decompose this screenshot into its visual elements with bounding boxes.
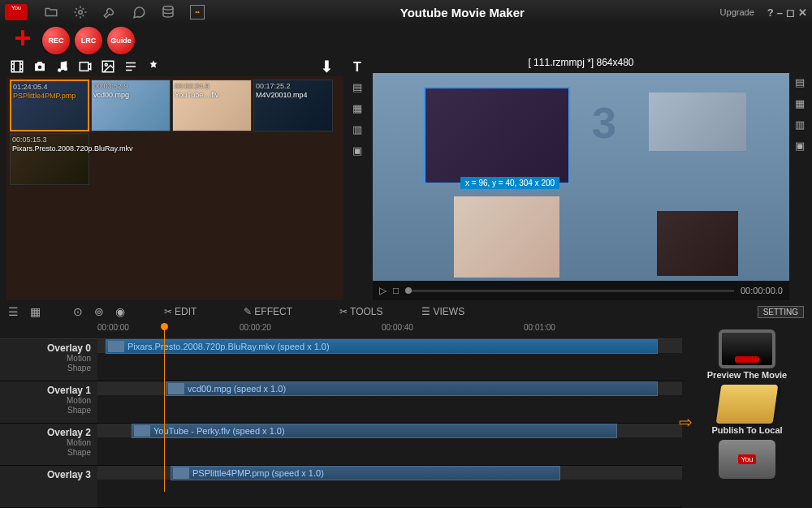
lrc-button[interactable]: LRC	[75, 27, 102, 54]
svg-rect-6	[80, 62, 89, 71]
media-item[interactable]: 00:02:24.9YouTube....flv	[172, 80, 252, 131]
coordinate-label: x = 96, y = 40, 304 x 200	[460, 177, 559, 189]
snap-top-icon[interactable]: ▤	[793, 76, 807, 91]
overlay-clip[interactable]	[649, 93, 746, 151]
list-icon[interactable]	[123, 59, 138, 74]
timeline-ruler[interactable]: 00:00:00 00:00:20 00:00:40 00:01:00	[0, 323, 682, 339]
media-panel: ⬇ 01:24:05.4PSPlittle4PMP.pmp 00:03:52.9…	[6, 57, 343, 300]
seek-bar[interactable]	[405, 290, 734, 292]
download-icon[interactable]: ⬇	[320, 57, 334, 76]
align-bottom-icon[interactable]: ▣	[350, 144, 365, 159]
help-icon[interactable]: ?	[767, 6, 774, 19]
play-icon[interactable]: ▷	[379, 285, 387, 296]
top-menu-bar: You •• Youtube Movie Maker Upgrade ? – ◻…	[0, 0, 812, 24]
timeline-track: Overlay 1MotionShape vcd00.mpg (speed x …	[0, 381, 682, 424]
timeline-clip[interactable]: Pixars.Presto.2008.720p.BluRay.mkv (spee…	[106, 339, 658, 354]
timeline: 00:00:00 00:00:20 00:00:40 00:01:00 Over…	[0, 323, 682, 508]
youtube-button[interactable]	[719, 440, 775, 479]
snap-mid-icon[interactable]: ▦	[793, 97, 807, 112]
home-icon[interactable]: ⊙	[73, 305, 83, 318]
side-panel: ⇨ Preview The Movie Publish To Local	[682, 323, 812, 508]
views-button[interactable]: ☰VIEWS	[421, 306, 464, 317]
align-left-icon[interactable]: ▤	[350, 81, 365, 96]
gear-icon[interactable]	[73, 5, 88, 19]
chat-icon[interactable]	[132, 5, 146, 19]
svg-point-3	[38, 66, 42, 70]
svg-rect-2	[11, 61, 23, 72]
video-icon[interactable]	[78, 59, 93, 74]
action-row: + REC LRC Guide	[0, 24, 812, 57]
rec-button[interactable]: REC	[42, 27, 70, 54]
add-button[interactable]: +	[8, 26, 37, 55]
overlay-clip[interactable]	[454, 196, 559, 278]
timeline-track: Overlay 3 PSPlittle4PMP.pmp (speed x 1.0…	[0, 466, 682, 508]
preview-canvas[interactable]: 3 x = 96, y = 40, 304 x 200	[373, 73, 789, 281]
timeline-clip[interactable]: PSPlittle4PMP.pmp (speed x 1.0)	[171, 466, 560, 480]
preview-movie-button[interactable]: Preview The Movie	[707, 329, 787, 380]
align-right-icon[interactable]: ▥	[350, 123, 365, 138]
overlay-clip-selected[interactable]	[424, 87, 570, 184]
timeline-track: Overlay 0MotionShape Pixars.Presto.2008.…	[0, 339, 682, 381]
logo-icon: You	[5, 4, 28, 20]
background-number: 3	[592, 97, 616, 148]
database-icon[interactable]	[161, 5, 175, 19]
svg-point-8	[105, 63, 107, 66]
text-tool-icon[interactable]: T	[350, 60, 365, 75]
upgrade-link[interactable]: Upgrade	[720, 7, 754, 17]
preview-title: [ 111.rzmmpj *] 864x480	[369, 57, 793, 73]
grid-icon[interactable]: ▦	[30, 305, 41, 318]
svg-point-0	[79, 11, 83, 15]
timecode: 00:00:00.0	[741, 286, 783, 295]
media-item[interactable]: 00:05:15.3Pixars.Presto.2008.720p.BluRay…	[10, 133, 89, 185]
mid-toolbar: ☰ ▦ ⊙ ⊚ ◉ ✂EDIT ✎EFFECT ✂TOOLS ☰VIEWS SE…	[0, 300, 812, 323]
timeline-clip[interactable]: YouTube - Perky.flv (speed x 1.0)	[132, 424, 617, 438]
svg-point-5	[64, 67, 68, 71]
setting-button[interactable]: SETTING	[758, 306, 804, 318]
image-icon[interactable]	[101, 59, 115, 74]
menu-icon[interactable]: ☰	[8, 305, 19, 318]
publish-local-button[interactable]: Publish To Local	[711, 385, 782, 435]
media-item[interactable]: 01:24:05.4PSPlittle4PMP.pmp	[10, 80, 89, 131]
film-icon[interactable]	[10, 59, 24, 74]
record-circle-icon[interactable]: ◉	[115, 305, 125, 318]
app-title: Youtube Movie Maker	[205, 6, 720, 19]
puzzle-icon[interactable]	[146, 59, 161, 74]
edit-button[interactable]: ✂EDIT	[164, 306, 197, 317]
effect-button[interactable]: ✎EFFECT	[244, 306, 292, 317]
guide-button[interactable]: Guide	[107, 27, 135, 54]
playhead[interactable]	[164, 323, 165, 492]
wrench-icon[interactable]	[102, 5, 117, 19]
minimize-icon[interactable]: –	[777, 6, 783, 19]
maximize-icon[interactable]: ◻	[786, 6, 795, 19]
snap-grid-icon[interactable]: ▣	[793, 140, 807, 154]
play-circle-icon[interactable]: ⊚	[94, 305, 104, 318]
tools-button[interactable]: ✂TOOLS	[339, 306, 382, 317]
media-item[interactable]: 00:17:25.2M4V20010.mp4	[253, 80, 333, 131]
media-grid: 01:24:05.4PSPlittle4PMP.pmp 00:03:52.9vc…	[6, 76, 343, 300]
svg-point-1	[163, 6, 173, 11]
playback-controls: ▷ □ 00:00:00.0	[373, 281, 789, 300]
overlay-clip[interactable]	[657, 211, 738, 276]
preview-area: T ▤ ▦ ▥ ▣ [ 111.rzmmpj *] 864x480 3 x = …	[350, 57, 812, 300]
folder-icon[interactable]	[44, 5, 58, 19]
camera-icon[interactable]	[32, 59, 47, 74]
screen-icon[interactable]: ••	[190, 5, 205, 19]
timeline-clip[interactable]: vcd00.mpg (speed x 1.0)	[166, 381, 658, 396]
media-item[interactable]: 00:03:52.9vcd00.mpg	[91, 80, 171, 131]
align-center-icon[interactable]: ▦	[350, 102, 365, 117]
close-icon[interactable]: ✕	[798, 6, 807, 19]
stop-icon[interactable]: □	[393, 285, 399, 296]
snap-bot-icon[interactable]: ▥	[793, 118, 807, 133]
music-icon[interactable]	[55, 59, 70, 74]
timeline-track: Overlay 2MotionShape YouTube - Perky.flv…	[0, 424, 682, 466]
arrow-right-icon[interactable]: ⇨	[679, 412, 693, 432]
svg-point-4	[58, 68, 62, 72]
